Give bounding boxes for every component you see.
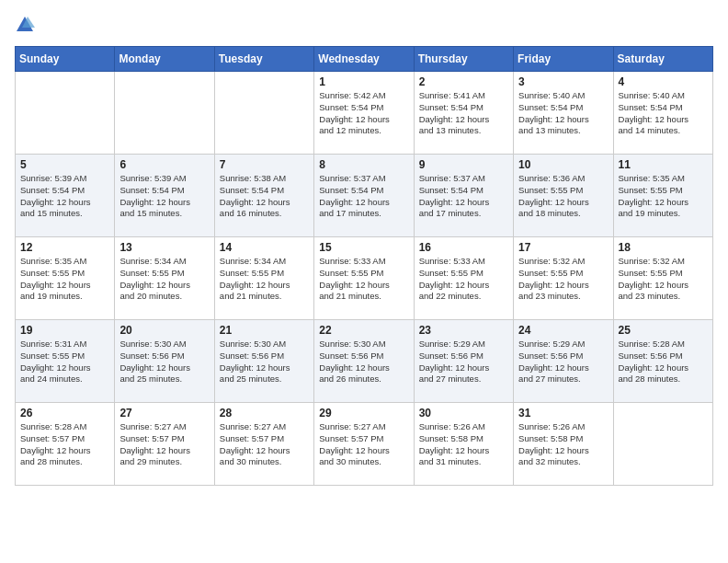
day-info: Sunrise: 5:27 AM Sunset: 5:57 PM Dayligh… [220, 421, 309, 468]
logo [15, 15, 39, 35]
day-number: 9 [419, 158, 508, 171]
calendar-cell: 28Sunrise: 5:27 AM Sunset: 5:57 PM Dayli… [214, 403, 313, 486]
column-header-tuesday: Tuesday [214, 47, 313, 72]
day-info: Sunrise: 5:33 AM Sunset: 5:55 PM Dayligh… [319, 256, 408, 303]
column-header-sunday: Sunday [16, 47, 115, 72]
day-info: Sunrise: 5:28 AM Sunset: 5:57 PM Dayligh… [20, 421, 109, 468]
calendar-cell: 16Sunrise: 5:33 AM Sunset: 5:55 PM Dayli… [414, 237, 513, 320]
calendar-cell: 30Sunrise: 5:26 AM Sunset: 5:58 PM Dayli… [414, 403, 513, 486]
day-number: 25 [619, 324, 708, 337]
day-number: 23 [419, 324, 508, 337]
day-number: 28 [220, 407, 309, 419]
day-number: 17 [518, 241, 608, 254]
header [15, 15, 713, 35]
calendar-cell: 25Sunrise: 5:28 AM Sunset: 5:56 PM Dayli… [613, 320, 712, 403]
day-number: 24 [518, 324, 608, 337]
day-number: 27 [119, 407, 209, 419]
day-info: Sunrise: 5:37 AM Sunset: 5:54 PM Dayligh… [419, 173, 508, 220]
day-info: Sunrise: 5:39 AM Sunset: 5:54 PM Dayligh… [20, 173, 109, 220]
calendar-cell: 18Sunrise: 5:32 AM Sunset: 5:55 PM Dayli… [613, 237, 712, 320]
calendar-cell [613, 403, 712, 486]
calendar-cell: 31Sunrise: 5:26 AM Sunset: 5:58 PM Dayli… [514, 403, 613, 486]
calendar-cell: 22Sunrise: 5:30 AM Sunset: 5:56 PM Dayli… [314, 320, 414, 403]
calendar-week-row: 12Sunrise: 5:35 AM Sunset: 5:55 PM Dayli… [16, 237, 713, 320]
day-info: Sunrise: 5:29 AM Sunset: 5:56 PM Dayligh… [518, 339, 608, 385]
day-info: Sunrise: 5:37 AM Sunset: 5:54 PM Dayligh… [319, 173, 408, 220]
calendar-cell: 15Sunrise: 5:33 AM Sunset: 5:55 PM Dayli… [314, 237, 414, 320]
calendar-cell: 9Sunrise: 5:37 AM Sunset: 5:54 PM Daylig… [414, 155, 513, 237]
day-info: Sunrise: 5:31 AM Sunset: 5:55 PM Dayligh… [20, 339, 109, 385]
day-number: 14 [220, 241, 309, 254]
calendar-cell [214, 72, 313, 155]
day-number: 29 [319, 407, 408, 419]
calendar-cell [115, 72, 214, 155]
calendar-cell: 2Sunrise: 5:41 AM Sunset: 5:54 PM Daylig… [414, 72, 513, 155]
calendar-cell: 29Sunrise: 5:27 AM Sunset: 5:57 PM Dayli… [314, 403, 414, 486]
day-number: 31 [518, 407, 608, 419]
day-number: 15 [319, 241, 408, 254]
day-info: Sunrise: 5:29 AM Sunset: 5:56 PM Dayligh… [419, 339, 508, 385]
day-number: 13 [119, 241, 209, 254]
calendar-cell: 6Sunrise: 5:39 AM Sunset: 5:54 PM Daylig… [115, 155, 214, 237]
day-number: 12 [20, 241, 109, 254]
day-number: 20 [119, 324, 209, 337]
day-number: 10 [518, 158, 608, 171]
day-info: Sunrise: 5:32 AM Sunset: 5:55 PM Dayligh… [518, 256, 608, 303]
day-info: Sunrise: 5:32 AM Sunset: 5:55 PM Dayligh… [619, 256, 708, 303]
day-number: 6 [119, 158, 209, 171]
day-info: Sunrise: 5:35 AM Sunset: 5:55 PM Dayligh… [619, 173, 708, 220]
day-info: Sunrise: 5:30 AM Sunset: 5:56 PM Dayligh… [119, 339, 209, 385]
column-header-saturday: Saturday [613, 47, 712, 72]
calendar-cell: 19Sunrise: 5:31 AM Sunset: 5:55 PM Dayli… [16, 320, 115, 403]
day-info: Sunrise: 5:40 AM Sunset: 5:54 PM Dayligh… [619, 90, 708, 137]
day-info: Sunrise: 5:27 AM Sunset: 5:57 PM Dayligh… [319, 421, 408, 468]
day-number: 1 [319, 75, 408, 88]
calendar-header-row: SundayMondayTuesdayWednesdayThursdayFrid… [16, 47, 713, 72]
calendar-cell: 1Sunrise: 5:42 AM Sunset: 5:54 PM Daylig… [314, 72, 414, 155]
day-number: 16 [419, 241, 508, 254]
calendar-cell: 26Sunrise: 5:28 AM Sunset: 5:57 PM Dayli… [16, 403, 115, 486]
calendar-cell: 8Sunrise: 5:37 AM Sunset: 5:54 PM Daylig… [314, 155, 414, 237]
calendar-cell: 10Sunrise: 5:36 AM Sunset: 5:55 PM Dayli… [514, 155, 613, 237]
day-info: Sunrise: 5:30 AM Sunset: 5:56 PM Dayligh… [319, 339, 408, 385]
day-info: Sunrise: 5:42 AM Sunset: 5:54 PM Dayligh… [319, 90, 408, 137]
calendar-cell: 27Sunrise: 5:27 AM Sunset: 5:57 PM Dayli… [115, 403, 214, 486]
day-info: Sunrise: 5:41 AM Sunset: 5:54 PM Dayligh… [419, 90, 508, 137]
day-number: 3 [518, 75, 608, 88]
day-number: 19 [20, 324, 109, 337]
calendar-cell [16, 72, 115, 155]
day-number: 8 [319, 158, 408, 171]
column-header-thursday: Thursday [414, 47, 513, 72]
day-info: Sunrise: 5:33 AM Sunset: 5:55 PM Dayligh… [419, 256, 508, 303]
calendar-cell: 4Sunrise: 5:40 AM Sunset: 5:54 PM Daylig… [613, 72, 712, 155]
column-header-friday: Friday [514, 47, 613, 72]
day-info: Sunrise: 5:35 AM Sunset: 5:55 PM Dayligh… [20, 256, 109, 303]
calendar-cell: 21Sunrise: 5:30 AM Sunset: 5:56 PM Dayli… [214, 320, 313, 403]
day-number: 21 [220, 324, 309, 337]
calendar-week-row: 1Sunrise: 5:42 AM Sunset: 5:54 PM Daylig… [16, 72, 713, 155]
calendar-cell: 17Sunrise: 5:32 AM Sunset: 5:55 PM Dayli… [514, 237, 613, 320]
day-number: 5 [20, 158, 109, 171]
day-info: Sunrise: 5:34 AM Sunset: 5:55 PM Dayligh… [220, 256, 309, 303]
calendar-cell: 7Sunrise: 5:38 AM Sunset: 5:54 PM Daylig… [214, 155, 313, 237]
column-header-monday: Monday [115, 47, 214, 72]
day-info: Sunrise: 5:28 AM Sunset: 5:56 PM Dayligh… [619, 339, 708, 385]
day-info: Sunrise: 5:30 AM Sunset: 5:56 PM Dayligh… [220, 339, 309, 385]
day-info: Sunrise: 5:38 AM Sunset: 5:54 PM Dayligh… [220, 173, 309, 220]
calendar-cell: 13Sunrise: 5:34 AM Sunset: 5:55 PM Dayli… [115, 237, 214, 320]
calendar-table: SundayMondayTuesdayWednesdayThursdayFrid… [15, 46, 713, 486]
day-info: Sunrise: 5:36 AM Sunset: 5:55 PM Dayligh… [518, 173, 608, 220]
calendar-cell: 5Sunrise: 5:39 AM Sunset: 5:54 PM Daylig… [16, 155, 115, 237]
calendar-cell: 20Sunrise: 5:30 AM Sunset: 5:56 PM Dayli… [115, 320, 214, 403]
day-number: 22 [319, 324, 408, 337]
day-number: 2 [419, 75, 508, 88]
calendar-week-row: 5Sunrise: 5:39 AM Sunset: 5:54 PM Daylig… [16, 155, 713, 237]
day-info: Sunrise: 5:26 AM Sunset: 5:58 PM Dayligh… [518, 421, 608, 468]
day-number: 26 [20, 407, 109, 419]
day-number: 11 [619, 158, 708, 171]
column-header-wednesday: Wednesday [314, 47, 414, 72]
day-info: Sunrise: 5:26 AM Sunset: 5:58 PM Dayligh… [419, 421, 508, 468]
calendar-cell: 14Sunrise: 5:34 AM Sunset: 5:55 PM Dayli… [214, 237, 313, 320]
day-number: 7 [220, 158, 309, 171]
calendar-cell: 3Sunrise: 5:40 AM Sunset: 5:54 PM Daylig… [514, 72, 613, 155]
